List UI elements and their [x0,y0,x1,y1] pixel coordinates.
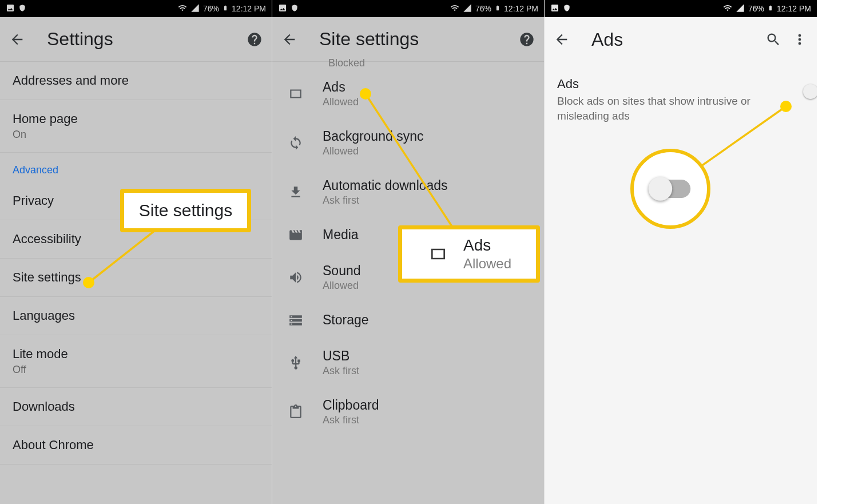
media-icon [285,228,307,243]
status-battery-pct: 76% [475,4,491,13]
row-label: USB [323,348,359,364]
item-label: Home page [13,112,259,126]
screen-ads: 76% 12:12 PM Ads A [545,0,817,504]
help-icon[interactable] [517,29,537,50]
item-label: Lite mode [13,347,259,362]
screen-site-settings: 76% 12:12 PM Site settings Blocked [272,0,545,504]
appbar-settings: Settings [0,17,272,62]
row-automatic-downloads[interactable]: Automatic downloads Ask first [272,168,544,217]
ads-toggle-row[interactable]: Ads Block ads on sites that show intrusi… [545,62,817,138]
blocked-peek: Blocked [272,57,544,69]
status-battery-pct: 76% [203,4,219,13]
highlight-dot-toggle [780,101,792,112]
item-sub: On [13,129,259,141]
ads-description: Block ads on sites that show intrusive o… [557,94,793,123]
item-label: Languages [13,308,259,323]
row-sub: Allowed [323,145,423,157]
page-title: Site settings [310,29,506,50]
storage-icon [285,313,307,328]
row-sub: Ask first [323,365,359,377]
wifi-icon [178,3,187,14]
item-label: Site settings [13,270,259,285]
download-icon [285,185,307,200]
row-sub: Ask first [323,195,448,207]
row-label: Background sync [323,129,423,144]
row-usb[interactable]: USB Ask first [272,338,544,387]
item-label: About Chrome [13,438,259,453]
row-label: Automatic downloads [323,178,448,193]
status-time: 12:12 PM [232,4,266,13]
signal-icon [463,3,472,14]
callout-label: Ads [463,236,511,255]
callout-ads-allowed: Ads Allowed [398,225,540,283]
callout-sub: Allowed [463,256,511,272]
item-label: Addresses and more [13,73,259,88]
item-sub: Off [13,364,259,376]
callout-site-settings: Site settings [120,189,251,232]
item-lite-mode[interactable]: Lite mode Off [0,335,272,388]
status-bar: 76% 12:12 PM [0,0,272,17]
powersave-icon [18,4,26,14]
row-label: Sound [323,263,361,279]
clipboard-icon [285,404,307,419]
row-sub: Allowed [323,96,359,108]
back-icon[interactable] [279,29,300,50]
row-label: Media [323,227,359,243]
search-icon[interactable] [763,29,784,50]
item-label: Accessibility [13,232,259,247]
appbar-site-settings: Site settings [272,17,544,62]
status-time: 12:12 PM [777,4,811,13]
signal-icon [736,3,745,14]
back-icon[interactable] [551,29,572,50]
battery-icon [495,3,500,14]
highlight-dot-site-settings [83,277,94,288]
item-site-settings[interactable]: Site settings [0,259,272,297]
picture-icon [278,3,287,14]
item-addresses-more[interactable]: Addresses and more [0,62,272,100]
row-storage[interactable]: Storage [272,302,544,338]
sync-icon [285,136,307,150]
appbar-ads: Ads [545,17,817,62]
ads-icon [285,86,307,101]
row-ads[interactable]: Ads Allowed [272,69,544,118]
callout-toggle-zoom [630,149,710,229]
overflow-icon[interactable] [789,29,810,50]
item-home-page[interactable]: Home page On [0,100,272,153]
item-about-chrome[interactable]: About Chrome [0,426,272,465]
wifi-icon [723,3,732,14]
battery-icon [768,3,773,14]
page-title: Settings [38,29,234,50]
sound-icon [285,270,307,285]
wifi-icon [450,3,459,14]
page-title: Ads [582,29,753,50]
picture-icon [550,3,559,14]
status-battery-pct: 76% [748,4,764,13]
status-time: 12:12 PM [504,4,538,13]
item-label: Downloads [13,399,259,414]
back-icon[interactable] [7,29,27,50]
item-languages[interactable]: Languages [0,297,272,335]
callout-label: Site settings [128,193,244,228]
row-label: Clipboard [323,398,379,413]
signal-icon [190,3,200,14]
help-icon[interactable] [244,29,265,50]
status-bar: 76% 12:12 PM [545,0,817,17]
section-advanced: Advanced [0,153,272,182]
row-background-sync[interactable]: Background sync Allowed [272,118,544,168]
picture-icon [6,3,15,14]
powersave-icon [291,4,299,14]
item-downloads[interactable]: Downloads [0,388,272,426]
status-bar: 76% 12:12 PM [272,0,544,17]
row-label: Ads [323,80,359,95]
row-clipboard[interactable]: Clipboard Ask first [272,387,544,436]
battery-icon [223,3,228,14]
row-label: Storage [323,312,369,328]
screen-settings: 76% 12:12 PM Settings Addresses and more [0,0,272,504]
row-sub: Ask first [323,414,379,426]
powersave-icon [563,4,571,14]
ads-label: Ads [557,77,793,92]
highlight-dot-ads [360,88,371,100]
ads-icon [427,245,450,263]
row-sub: Allowed [323,280,361,292]
settings-list: Addresses and more Home page On Advanced… [0,62,272,465]
